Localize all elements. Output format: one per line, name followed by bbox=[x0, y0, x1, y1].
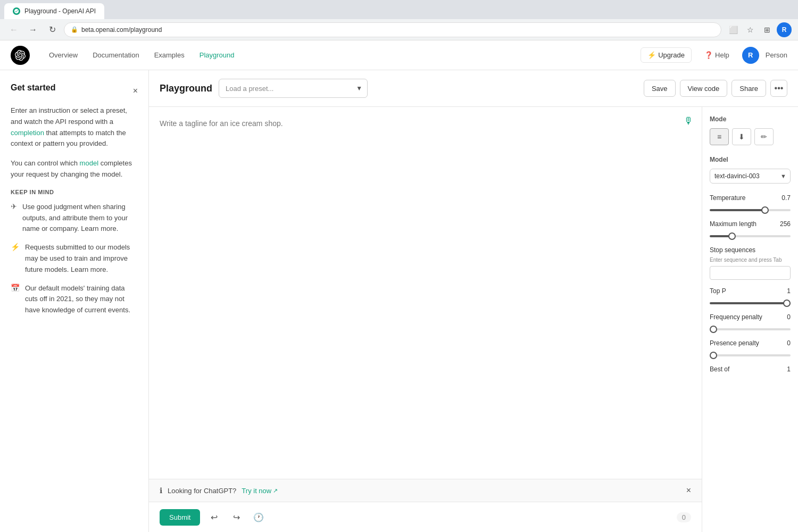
keep-in-mind-item-3: 📅 Our default models' training data cuts… bbox=[11, 283, 138, 316]
model-link[interactable]: model bbox=[80, 159, 98, 167]
nav-right: ⚡ Upgrade ❓ Help R Person bbox=[641, 47, 787, 64]
profile-settings-button[interactable]: ⊞ bbox=[760, 22, 775, 37]
view-code-button[interactable]: View code bbox=[680, 80, 728, 97]
banner-text: Looking for ChatGPT? bbox=[168, 487, 236, 495]
lock-icon: 🔒 bbox=[71, 26, 78, 33]
tab-title: Playground - OpenAI API bbox=[24, 7, 96, 15]
max-length-slider[interactable] bbox=[710, 235, 791, 237]
calendar-icon: 📅 bbox=[11, 284, 20, 292]
max-length-label: Maximum length bbox=[710, 220, 757, 228]
temperature-label: Temperature bbox=[710, 194, 745, 202]
try-it-now-label: Try it now bbox=[242, 487, 271, 495]
stop-seq-hint: Enter sequence and press Tab bbox=[710, 257, 791, 263]
top-p-label: Top P bbox=[710, 287, 726, 295]
preset-selector: Load a preset... ▼ bbox=[219, 79, 368, 98]
sidebar: Get started × Enter an instruction or se… bbox=[0, 70, 149, 532]
redo-button[interactable]: ↪ bbox=[228, 509, 245, 526]
prompt-textarea[interactable] bbox=[149, 107, 702, 479]
user-label[interactable]: Person bbox=[766, 51, 787, 59]
help-button[interactable]: ❓ Help bbox=[698, 48, 736, 62]
mode-section: Mode ≡ ⬇ ✏ bbox=[710, 115, 791, 145]
best-of-label: Best of bbox=[710, 365, 729, 373]
sidebar-intro-text3: You can control which bbox=[11, 159, 80, 167]
openai-logo[interactable] bbox=[11, 46, 30, 65]
sidebar-intro-p1: Enter an instruction or select a preset,… bbox=[11, 105, 138, 149]
presence-penalty-value: 0 bbox=[787, 339, 791, 347]
keep-in-mind-item-2: ⚡ Requests submitted to our models may b… bbox=[11, 242, 138, 275]
top-p-param: Top P 1 bbox=[710, 287, 791, 306]
keep-in-mind-section: KEEP IN MIND ✈ Use good judgment when sh… bbox=[11, 189, 138, 316]
sidebar-intro-text1: Enter an instruction or select a preset,… bbox=[11, 106, 127, 126]
max-length-param: Maximum length 256 bbox=[710, 220, 791, 239]
lightning-icon: ⚡ bbox=[11, 243, 20, 251]
nav-playground[interactable]: Playground bbox=[193, 48, 241, 62]
top-p-slider[interactable] bbox=[710, 302, 791, 304]
learn-more-link-2[interactable]: Learn more. bbox=[71, 265, 108, 273]
upgrade-button[interactable]: ⚡ Upgrade bbox=[641, 47, 692, 63]
presence-penalty-slider[interactable] bbox=[710, 354, 791, 356]
refresh-button[interactable]: ↻ bbox=[45, 22, 60, 37]
editor-footer: Submit ↩ ↪ 🕐 0 bbox=[149, 502, 702, 532]
keep-in-mind-item-1: ✈ Use good judgment when sharing outputs… bbox=[11, 202, 138, 235]
help-label: Help bbox=[715, 51, 729, 59]
sidebar-title: Get started bbox=[11, 83, 55, 93]
active-tab[interactable]: Playground - OpenAI API bbox=[4, 3, 104, 19]
model-select[interactable]: text-davinci-003 text-curie-001 text-bab… bbox=[710, 169, 791, 184]
chatgpt-banner: ℹ Looking for ChatGPT? Try it now ↗ × bbox=[149, 479, 702, 502]
history-button[interactable]: 🕐 bbox=[250, 509, 267, 526]
browser-actions: ⬜ ☆ ⊞ R bbox=[726, 22, 792, 37]
mode-complete-button[interactable]: ≡ bbox=[710, 128, 729, 145]
frequency-penalty-param: Frequency penalty 0 bbox=[710, 313, 791, 332]
forward-button[interactable]: → bbox=[26, 22, 40, 37]
keep-in-mind-text-2: Requests submitted to our models may be … bbox=[25, 242, 138, 275]
max-length-value: 256 bbox=[780, 220, 791, 228]
stop-sequences-label: Stop sequences bbox=[710, 246, 755, 254]
keep-in-mind-text-1: Use good judgment when sharing outputs, … bbox=[22, 202, 138, 235]
more-options-button[interactable]: ••• bbox=[770, 80, 787, 97]
frequency-penalty-value: 0 bbox=[787, 313, 791, 321]
best-of-value: 1 bbox=[787, 365, 791, 373]
bookmark-button[interactable]: ☆ bbox=[743, 22, 758, 37]
sidebar-close-button[interactable]: × bbox=[133, 86, 138, 96]
mode-edit-button[interactable]: ✏ bbox=[754, 128, 774, 145]
keep-in-mind-text-3: Our default models' training data cuts o… bbox=[25, 283, 138, 316]
temperature-slider[interactable] bbox=[710, 209, 791, 211]
keep-in-mind-title: KEEP IN MIND bbox=[11, 189, 138, 195]
mode-insert-button[interactable]: ⬇ bbox=[732, 128, 751, 145]
try-it-now-link[interactable]: Try it now ↗ bbox=[242, 487, 278, 495]
nav-examples[interactable]: Examples bbox=[148, 48, 191, 62]
profile-button[interactable]: R bbox=[777, 22, 792, 37]
browser-tabs: Playground - OpenAI API bbox=[0, 0, 798, 19]
completion-link[interactable]: completion bbox=[11, 129, 44, 137]
info-icon: ℹ bbox=[160, 486, 162, 495]
top-p-value: 1 bbox=[787, 287, 791, 295]
mode-buttons: ≡ ⬇ ✏ bbox=[710, 128, 791, 145]
banner-close-button[interactable]: × bbox=[686, 486, 691, 495]
playground-title: Playground bbox=[160, 83, 212, 94]
submit-button[interactable]: Submit bbox=[160, 509, 200, 526]
undo-button[interactable]: ↩ bbox=[205, 509, 222, 526]
sidebar-intro-p2: You can control which model completes yo… bbox=[11, 158, 138, 180]
browser-toolbar: ← → ↻ 🔒 beta.openai.com/playground ⬜ ☆ ⊞… bbox=[0, 19, 798, 40]
app: Overview Documentation Examples Playgrou… bbox=[0, 40, 798, 532]
learn-more-link-1[interactable]: Learn more. bbox=[81, 225, 118, 232]
save-button[interactable]: Save bbox=[644, 80, 676, 97]
back-button[interactable]: ← bbox=[6, 22, 21, 37]
mode-label: Mode bbox=[710, 115, 791, 123]
share-button[interactable]: Share bbox=[732, 80, 766, 97]
main-content: Get started × Enter an instruction or se… bbox=[0, 70, 798, 532]
cast-button[interactable]: ⬜ bbox=[726, 22, 741, 37]
upgrade-label: Upgrade bbox=[658, 51, 685, 59]
stop-sequences-param: Stop sequences Enter sequence and press … bbox=[710, 246, 791, 280]
url-text: beta.openai.com/playground bbox=[81, 26, 162, 34]
microphone-icon[interactable]: 🎙 bbox=[684, 115, 693, 127]
preset-dropdown[interactable]: Load a preset... bbox=[219, 79, 368, 98]
temperature-param: Temperature 0.7 bbox=[710, 194, 791, 213]
stop-sequences-input[interactable] bbox=[710, 266, 791, 280]
user-avatar[interactable]: R bbox=[742, 47, 759, 64]
nav-documentation[interactable]: Documentation bbox=[86, 48, 145, 62]
address-bar[interactable]: 🔒 beta.openai.com/playground bbox=[64, 22, 721, 37]
model-label: Model bbox=[710, 156, 791, 163]
frequency-penalty-slider[interactable] bbox=[710, 328, 791, 330]
nav-overview[interactable]: Overview bbox=[43, 48, 84, 62]
